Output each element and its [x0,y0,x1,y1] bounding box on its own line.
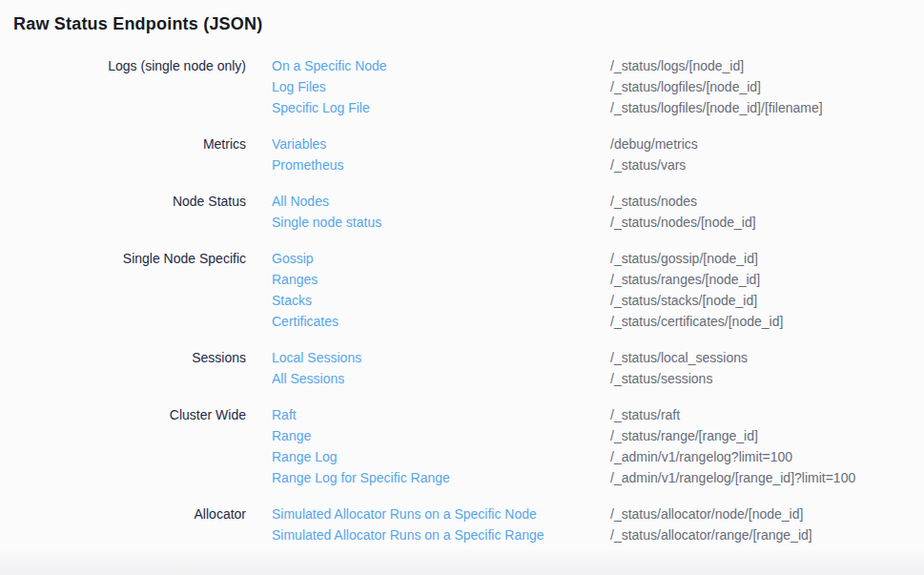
endpoint-row: All Sessions /_status/sessions [272,368,924,389]
endpoint-link[interactable]: All Sessions [272,368,610,389]
endpoint-row: Range Log for Specific Range /_admin/v1/… [272,467,924,488]
endpoint-url: /_status/allocator/node/[node_id] [610,503,924,524]
endpoint-group: Cluster Wide Raft /_status/raft Range /_… [0,404,924,488]
endpoint-url: /_status/nodes/[node_id] [610,212,924,233]
endpoint-url: /_status/ranges/[node_id] [610,269,924,290]
endpoint-url: /_status/logs/[node_id] [610,55,924,76]
raw-status-endpoints-page: Raw Status Endpoints (JSON) Logs (single… [0,0,924,545]
page-bottom-strip [0,550,924,575]
endpoint-link[interactable]: Range Log [272,446,610,467]
endpoint-entries: Local Sessions /_status/local_sessions A… [272,347,924,389]
endpoint-entries: Gossip /_status/gossip/[node_id] Ranges … [272,248,924,332]
endpoint-row: Single node status /_status/nodes/[node_… [272,212,924,233]
endpoint-link[interactable]: Local Sessions [272,347,610,368]
category-label: Allocator [0,503,246,545]
endpoint-link[interactable]: Single node status [272,212,610,233]
endpoint-row: Certificates /_status/certificates/[node… [272,311,924,332]
endpoint-link[interactable]: Prometheus [272,154,610,175]
endpoint-group: Sessions Local Sessions /_status/local_s… [0,347,924,389]
endpoint-link[interactable]: Range [272,425,610,446]
endpoint-url: /_status/range/[range_id] [610,425,924,446]
category-label: Metrics [0,133,246,175]
endpoint-url: /_status/allocator/range/[range_id] [610,524,924,545]
endpoint-link[interactable]: Ranges [272,269,610,290]
endpoint-entries: On a Specific Node /_status/logs/[node_i… [272,55,924,118]
endpoint-entries: Variables /debug/metrics Prometheus /_st… [272,133,924,175]
endpoint-row: Ranges /_status/ranges/[node_id] [272,269,924,290]
endpoint-url: /_status/nodes [610,191,924,212]
endpoint-link[interactable]: Raft [272,404,610,425]
endpoint-url: /_status/gossip/[node_id] [610,248,924,269]
category-label: Logs (single node only) [0,55,246,118]
endpoint-row: On a Specific Node /_status/logs/[node_i… [272,55,924,76]
category-label: Node Status [0,191,246,233]
endpoint-row: Range Log /_admin/v1/rangelog?limit=100 [272,446,924,467]
endpoint-row: Simulated Allocator Runs on a Specific N… [272,503,924,524]
endpoint-url: /_status/vars [610,154,924,175]
endpoint-row: Simulated Allocator Runs on a Specific R… [272,524,924,545]
endpoint-row: Variables /debug/metrics [272,133,924,154]
endpoint-row: Prometheus /_status/vars [272,154,924,175]
endpoint-link[interactable]: Certificates [272,311,610,332]
category-label: Cluster Wide [0,404,246,488]
endpoint-row: Stacks /_status/stacks/[node_id] [272,290,924,311]
endpoint-row: All Nodes /_status/nodes [272,191,924,212]
endpoint-url: /_status/certificates/[node_id] [610,311,924,332]
category-label: Single Node Specific [0,248,246,332]
category-label: Sessions [0,347,246,389]
endpoint-url: /_status/stacks/[node_id] [610,290,924,311]
endpoint-url: /_admin/v1/rangelog/[range_id]?limit=100 [610,467,924,488]
endpoint-link[interactable]: All Nodes [272,191,610,212]
endpoint-group: Node Status All Nodes /_status/nodes Sin… [0,191,924,233]
page-title: Raw Status Endpoints (JSON) [0,0,924,35]
endpoint-group: Allocator Simulated Allocator Runs on a … [0,503,924,545]
endpoint-groups: Logs (single node only) On a Specific No… [0,55,924,545]
endpoint-url: /_status/raft [610,404,924,425]
endpoint-link[interactable]: On a Specific Node [272,55,610,76]
endpoint-url: /debug/metrics [610,133,924,154]
endpoint-link[interactable]: Log Files [272,76,610,97]
endpoint-link[interactable]: Variables [272,133,610,154]
endpoint-link[interactable]: Range Log for Specific Range [272,467,610,488]
endpoint-link[interactable]: Gossip [272,248,610,269]
endpoint-link[interactable]: Simulated Allocator Runs on a Specific R… [272,524,610,545]
endpoint-group: Logs (single node only) On a Specific No… [0,55,924,118]
endpoint-url: /_admin/v1/rangelog?limit=100 [610,446,924,467]
endpoint-row: Local Sessions /_status/local_sessions [272,347,924,368]
endpoint-url: /_status/logfiles/[node_id] [610,76,924,97]
endpoint-url: /_status/local_sessions [610,347,924,368]
endpoint-entries: Simulated Allocator Runs on a Specific N… [272,503,924,545]
endpoint-row: Specific Log File /_status/logfiles/[nod… [272,97,924,118]
endpoint-url: /_status/sessions [610,368,924,389]
endpoint-row: Gossip /_status/gossip/[node_id] [272,248,924,269]
endpoint-row: Raft /_status/raft [272,404,924,425]
endpoint-url: /_status/logfiles/[node_id]/[filename] [610,97,924,118]
endpoint-group: Metrics Variables /debug/metrics Prometh… [0,133,924,175]
endpoint-entries: All Nodes /_status/nodes Single node sta… [272,191,924,233]
endpoint-link[interactable]: Stacks [272,290,610,311]
endpoint-group: Single Node Specific Gossip /_status/gos… [0,248,924,332]
endpoint-link[interactable]: Simulated Allocator Runs on a Specific N… [272,503,610,524]
endpoint-row: Log Files /_status/logfiles/[node_id] [272,76,924,97]
endpoint-row: Range /_status/range/[range_id] [272,425,924,446]
endpoint-link[interactable]: Specific Log File [272,97,610,118]
endpoint-entries: Raft /_status/raft Range /_status/range/… [272,404,924,488]
